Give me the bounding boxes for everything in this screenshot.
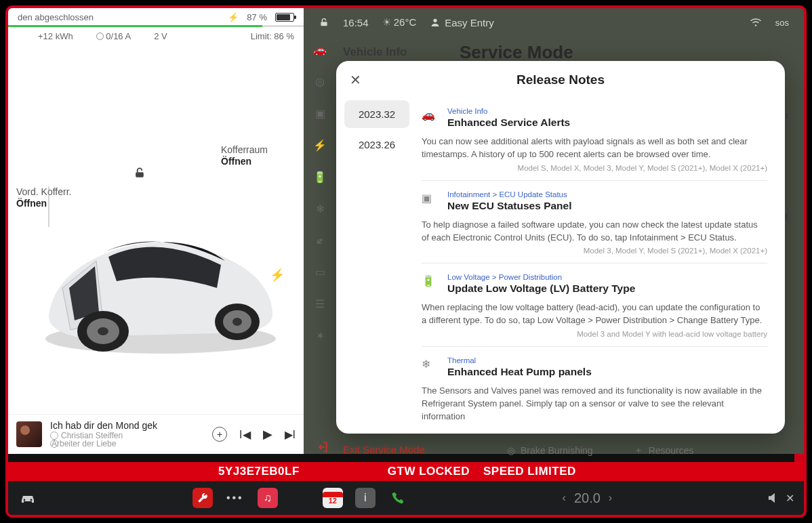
prev-track-button[interactable]: I◀: [239, 428, 250, 441]
temp-down-button[interactable]: ‹: [563, 492, 566, 504]
play-button[interactable]: ▶: [263, 427, 272, 442]
car-render: [22, 186, 293, 362]
chip-icon: ▣: [422, 190, 438, 205]
door-status-text: den abgeschlossen: [18, 12, 94, 22]
cabin-temp[interactable]: 20.0: [574, 490, 601, 506]
note-title: New ECU Statuses Panel: [447, 200, 767, 212]
charge-progress-bar: [8, 25, 304, 27]
note-models: Model S, Model X, Model 3, Model Y, Mode…: [422, 164, 767, 172]
version-item[interactable]: 2023.26: [344, 131, 409, 159]
release-note: ▣ Infotainment > ECU Update Status New E…: [422, 181, 767, 264]
clock: 16:54: [343, 17, 369, 28]
charge-kwh: +12 kWh: [38, 31, 73, 41]
release-note: 🔋 Low Voltage > Power Distribution Updat…: [422, 264, 767, 347]
bottom-dock: ••• ♫ 12 i ‹ 20.0 › ✕: [8, 481, 804, 515]
battery-percent: 87 %: [247, 12, 267, 22]
infotainment-icon[interactable]: ☰: [313, 297, 327, 310]
svg-point-7: [232, 318, 242, 326]
sos-button[interactable]: sos: [775, 18, 789, 28]
thermal-icon[interactable]: ❄: [313, 203, 327, 215]
note-models: Model 3 and Model Y with lead-acid low v…: [422, 330, 767, 338]
temp-up-button[interactable]: ›: [609, 492, 612, 504]
hv-icon[interactable]: ⚡: [313, 139, 327, 152]
lock-status-icon[interactable]: [319, 17, 329, 28]
right-pane: 16:54 ☀ 26°C Easy Entry sos Vehicle Info…: [304, 8, 804, 454]
track-title[interactable]: Ich hab dir den Mond gek: [50, 420, 204, 431]
unlock-icon[interactable]: [133, 166, 146, 180]
trunk-label: Kofferraum: [221, 144, 268, 155]
music-app-icon[interactable]: ♫: [258, 488, 278, 508]
service-mode-title: Service Mode: [460, 42, 573, 63]
service-sidebar-icons: 🚗 ◎ ▣ ⚡ 🔋 ❄ ⸙ ▭ ☰ ✶: [313, 43, 327, 342]
charge-amps: 0/16 A: [96, 31, 131, 41]
note-models: Model 3, Model Y, Model S (2021+), Model…: [422, 247, 767, 255]
sidebar-section-label[interactable]: Vehicle Info: [343, 45, 407, 59]
note-title: Enhanced Heat Pump panels: [447, 366, 767, 378]
note-breadcrumb[interactable]: Infotainment > ECU Update Status: [447, 190, 767, 198]
sensors-icon[interactable]: ✶: [313, 329, 327, 342]
trunk-action[interactable]: Öffnen: [221, 156, 268, 167]
note-body: You can now see additional alerts with p…: [422, 135, 767, 161]
release-note: ❄ Thermal Enhanced Heat Pump panels The …: [422, 347, 767, 434]
service-app-icon[interactable]: [192, 488, 213, 508]
trunk-callout[interactable]: Kofferraum Öffnen: [221, 144, 268, 167]
snowflake-icon: ❄: [422, 356, 438, 371]
version-item[interactable]: 2023.32: [344, 100, 409, 128]
release-notes-modal: ✕ Release Notes 2023.32 2023.26 🚗: [336, 61, 785, 434]
battery-icon: 🔋: [422, 273, 438, 287]
body-icon[interactable]: ▭: [313, 266, 327, 278]
more-apps-icon[interactable]: •••: [225, 488, 245, 508]
svg-point-12: [24, 499, 26, 501]
svg-point-4: [98, 327, 108, 335]
svg-point-13: [31, 499, 33, 501]
note-body: To help diagnose a failed software updat…: [422, 219, 767, 245]
chassis-icon[interactable]: ⸙: [313, 234, 327, 247]
charge-limit[interactable]: Limit: 86 %: [251, 31, 294, 41]
charge-volts: 2 V: [154, 31, 167, 41]
phone-app-icon[interactable]: [388, 488, 408, 508]
vin-text: 5YJ3E7EB0LF: [218, 465, 300, 478]
resources-button[interactable]: ＋ Resources: [634, 444, 694, 457]
car-icon: 🚗: [422, 107, 438, 121]
svg-point-10: [434, 19, 437, 22]
album-art[interactable]: [16, 421, 42, 447]
volume-control[interactable]: ✕: [767, 492, 794, 505]
svg-point-11: [755, 24, 756, 26]
wifi-icon[interactable]: [750, 18, 762, 27]
next-track-button[interactable]: ▶I: [285, 428, 296, 441]
exit-service-mode-button[interactable]: Exit Service Mode: [343, 444, 425, 455]
gtw-locked-text: GTW LOCKED: [388, 465, 470, 478]
charge-port-bolt-icon: ⚡: [270, 268, 285, 283]
close-modal-button[interactable]: ✕: [350, 72, 366, 88]
speed-limited-text: SPEED LIMITED: [483, 465, 576, 478]
note-title: Enhanced Service Alerts: [447, 117, 767, 129]
calendar-app-icon[interactable]: 12: [323, 488, 343, 508]
vehicle-info-icon[interactable]: 🚗: [313, 43, 327, 56]
add-track-button[interactable]: +: [212, 427, 227, 442]
brake-burnishing-button[interactable]: ◎ Brake Burnishing: [507, 445, 593, 456]
profile-selector[interactable]: Easy Entry: [430, 17, 494, 28]
note-body: When replacing the low voltage battery (…: [422, 301, 767, 327]
mute-x-icon: ✕: [786, 492, 794, 505]
steering-icon[interactable]: ◎: [313, 75, 327, 88]
note-breadcrumb[interactable]: Low Voltage > Power Distribution: [447, 273, 767, 281]
lv-battery-icon[interactable]: 🔋: [313, 171, 327, 184]
note-breadcrumb[interactable]: Thermal: [447, 356, 767, 364]
charging-bolt-icon: ⚡: [228, 12, 239, 22]
exit-service-mode-icon[interactable]: [316, 440, 329, 454]
version-list: 2023.32 2023.26: [336, 95, 418, 434]
blank-app-icon[interactable]: [290, 488, 310, 508]
note-breadcrumb[interactable]: Vehicle Info: [447, 107, 767, 115]
footer-warning-band: 5YJ3E7EB0LF GTW LOCKED SPEED LIMITED: [8, 462, 804, 481]
release-notes-list[interactable]: 🚗 Vehicle Info Enhanced Service Alerts Y…: [418, 95, 785, 434]
chip-icon[interactable]: ▣: [313, 107, 327, 120]
modal-title: Release Notes: [366, 72, 755, 87]
outside-temp: ☀ 26°C: [382, 16, 417, 28]
svg-rect-0: [136, 172, 144, 177]
battery-icon: [275, 13, 294, 22]
car-app-icon[interactable]: [18, 488, 38, 508]
info-app-icon[interactable]: i: [355, 488, 375, 508]
climate-control[interactable]: ‹ 20.0 ›: [563, 490, 613, 506]
media-bar: Ich hab dir den Mond gek Christian Steif…: [8, 414, 304, 454]
left-pane: den abgeschlossen ⚡ 87 % +12 kWh 0/16 A …: [8, 8, 304, 454]
